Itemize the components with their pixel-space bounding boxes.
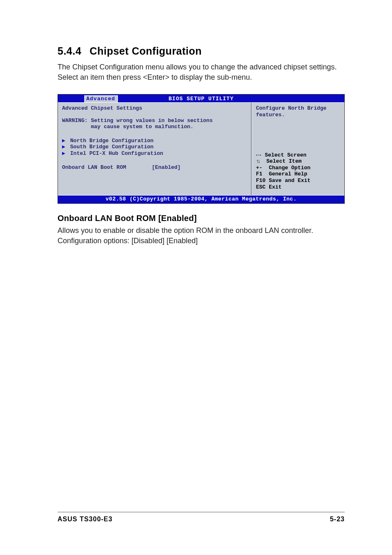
bios-setting-label: Onboard LAN Boot ROM (62, 164, 126, 170)
page-footer: ASUS TS300-E3 5-23 (58, 512, 345, 523)
triangle-right-icon: ▶ (62, 138, 67, 144)
bios-left-title: Advanced Chipset Settings (62, 105, 248, 112)
bios-menu-list: ▶ North Bridge Configuration▶ South Brid… (62, 138, 248, 157)
bios-setting-value: [Enabled] (152, 164, 180, 170)
bios-footer: v02.58 (C)Copyright 1985-2004, American … (58, 195, 344, 203)
bios-help-text: Configure North Bridge features. (252, 103, 344, 150)
bios-titlebar: BIOS SETUP UTILITY Advanced (58, 94, 344, 102)
bios-right-panel: Configure North Bridge features. ←→ Sele… (251, 103, 344, 195)
arrows-lr-icon: ←→ (256, 152, 260, 158)
bios-key-hint: ←→ Select Screen (256, 152, 340, 159)
bios-menu-item: ▶ South Bridge Configuration (62, 144, 248, 150)
section-title: Chipset Configuration (90, 45, 202, 57)
sub-body: Allows you to enable or disable the opti… (58, 226, 345, 246)
bios-title: BIOS SETUP UTILITY (168, 96, 233, 102)
bios-menu-item: ▶ North Bridge Configuration (62, 138, 248, 144)
sub-heading: Onboard LAN Boot ROM [Enabled] (58, 214, 345, 223)
section-number: 5.4.4 (58, 45, 81, 57)
bios-key-hint: F1 General Help (256, 171, 340, 177)
bios-key-hint: F10 Save and Exit (256, 177, 340, 184)
bios-keys-list: ←→ Select Screen↑↓ Select Item+- Change … (252, 150, 344, 196)
bios-tab-advanced: Advanced (84, 95, 118, 102)
bios-key-hint: ↑↓ Select Item (256, 158, 340, 165)
bios-warning: WARNING: Setting wrong values in below s… (62, 117, 248, 130)
bios-key-hint: ESC Exit (256, 184, 340, 191)
footer-product: ASUS TS300-E3 (58, 516, 113, 523)
bios-screenshot: BIOS SETUP UTILITY Advanced Advanced Chi… (58, 94, 345, 203)
arrows-ud-icon: ↑↓ (256, 158, 259, 164)
triangle-right-icon: ▶ (62, 144, 67, 150)
bios-setting-row: Onboard LAN Boot ROM [Enabled] (62, 164, 248, 171)
bios-left-panel: Advanced Chipset Settings WARNING: Setti… (58, 103, 251, 195)
bios-menu-item: ▶ Intel PCI-X Hub Configuration (62, 150, 248, 157)
footer-page-number: 5-23 (330, 516, 345, 523)
section-heading: 5.4.4Chipset Configuration (58, 45, 345, 57)
triangle-right-icon: ▶ (62, 150, 67, 157)
bios-key-hint: +- Change Option (256, 165, 340, 171)
section-intro: The Chipset Configuration menu allows yo… (58, 62, 345, 83)
